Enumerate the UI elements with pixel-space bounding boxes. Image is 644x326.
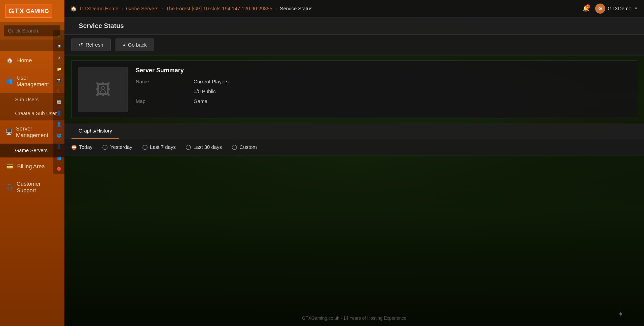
top-bar-right: 🔔 1 G GTXDemo ▼ (582, 4, 638, 14)
refresh-button[interactable]: ↺ Refresh (71, 39, 111, 51)
user-management-subnav: Sub Users Create a Sub User (0, 93, 64, 120)
sidebar-item-customer-support[interactable]: 🎧 Customer Support (0, 176, 64, 199)
footer-text: GTXGaming.co.uk - 14 Years of Hosting Ex… (302, 316, 406, 321)
sidebar-item-billing-area[interactable]: 💳 Billing Area (0, 157, 64, 176)
breadcrumb-home[interactable]: GTXDemo Home (80, 6, 118, 12)
top-bar: 🏠 GTXDemo Home › Game Servers › The Fore… (64, 0, 644, 17)
main-area: 🏠 GTXDemo Home › Game Servers › The Fore… (64, 0, 644, 326)
sidebar-item-home[interactable]: 🏠 Home (0, 51, 64, 70)
refresh-icon: ↺ (79, 42, 83, 48)
sidebar-item-sub-users[interactable]: Sub Users (0, 93, 64, 107)
go-back-button[interactable]: ◂ Go back (116, 39, 154, 51)
nav-collapse-button[interactable]: ◀ (0, 40, 64, 51)
summary-grid: Name Current Players 0/0 Public Map Game (136, 79, 269, 108)
page-header-strip: ≡ Service Status (64, 17, 644, 35)
radio-yesterday[interactable]: Yesterday (102, 144, 132, 150)
breadcrumb-game-servers[interactable]: Game Servers (126, 6, 158, 12)
breadcrumb-current: Service Status (280, 6, 312, 12)
search-area (0, 22, 64, 40)
corner-sparkle: ✦ (618, 310, 624, 318)
name-value (136, 89, 186, 94)
breadcrumb-sep-2: › (161, 6, 163, 11)
refresh-label: Refresh (86, 42, 103, 48)
back-label: Go back (128, 42, 147, 48)
notification-badge: 1 (586, 4, 590, 9)
current-players-value: 0/0 Public (194, 89, 269, 94)
logo-box: GTX GAMING (5, 5, 52, 18)
radio-last30days-circle (186, 145, 191, 150)
server-management-icon: 🖥️ (6, 128, 12, 136)
name-label: Name (136, 79, 186, 85)
action-bar: ↺ Refresh ◂ Go back (64, 35, 644, 55)
tab-graphs-history[interactable]: Graphs/History (71, 123, 119, 139)
user-name: GTXDemo (608, 6, 631, 12)
tabs-bar: Graphs/History (64, 123, 644, 139)
breadcrumb-home-icon: 🏠 (70, 6, 77, 12)
map-label: Map (136, 99, 186, 104)
sidebar-item-server-management-label: Server Management (16, 125, 59, 139)
sidebar-item-game-servers[interactable]: Game Servers (0, 144, 64, 157)
back-icon: ◂ (123, 42, 125, 48)
home-icon: 🏠 (6, 56, 14, 64)
breadcrumb: 🏠 GTXDemo Home › Game Servers › The Fore… (70, 6, 312, 12)
chevron-down-icon: ▼ (634, 6, 638, 11)
sidebar-item-create-sub-user[interactable]: Create a Sub User (0, 107, 64, 120)
sidebar-item-customer-support-label: Customer Support (17, 181, 59, 194)
page-header-icon: ≡ (71, 23, 75, 29)
summary-details: Server Summary Name Current Players 0/0 … (136, 67, 269, 108)
game-label: Game (194, 99, 269, 104)
user-area[interactable]: G GTXDemo ▼ (595, 4, 638, 14)
sidebar-item-user-management-label: User Management (17, 75, 59, 88)
chevron-left-icon: ◀ (58, 44, 60, 47)
radio-last7days-label: Last 7 days (150, 144, 176, 150)
sidebar-item-server-management[interactable]: 🖥️ Server Management (0, 120, 64, 144)
logo-gtx: GTX (9, 7, 25, 15)
search-input[interactable] (4, 25, 60, 37)
radio-custom[interactable]: Custom (232, 144, 257, 150)
radio-custom-circle (232, 145, 237, 150)
radio-today-circle (71, 145, 77, 150)
forest-silhouette (64, 131, 644, 326)
sidebar-item-user-management[interactable]: 👥 User Management (0, 70, 64, 93)
radio-today[interactable]: Today (71, 144, 92, 150)
content-panel: ≡ Service Status ↺ Refresh ◂ Go back 🖼 (64, 17, 644, 155)
tab-graphs-history-label: Graphs/History (79, 128, 112, 134)
logo-gaming: GAMING (26, 8, 49, 14)
radio-last7days-circle (142, 145, 148, 150)
radio-last7days[interactable]: Last 7 days (142, 144, 176, 150)
radio-yesterday-circle (102, 145, 108, 150)
breadcrumb-server-name[interactable]: The Forest [GP] 10 slots 194.147.120.90:… (166, 6, 272, 12)
customer-support-icon: 🎧 (6, 183, 13, 191)
sidebar-item-home-label: Home (17, 57, 32, 64)
sub-users-label: Sub Users (15, 97, 39, 103)
create-sub-user-label: Create a Sub User (15, 111, 57, 116)
summary-title: Server Summary (136, 67, 269, 74)
image-placeholder-icon: 🖼 (95, 81, 111, 98)
server-image-placeholder: 🖼 (78, 67, 128, 112)
page-title: Service Status (79, 22, 124, 30)
main-nav: 🏠 Home 👥 User Management Sub Users Creat… (0, 51, 64, 199)
user-management-icon: 👥 (6, 77, 13, 85)
server-summary-card: 🖼 Server Summary Name Current Players 0/… (71, 60, 637, 118)
user-avatar: G (595, 4, 605, 14)
sidebar-item-billing-label: Billing Area (17, 163, 45, 170)
server-management-subnav: Game Servers (0, 144, 64, 157)
logo-area: GTX GAMING (0, 0, 64, 22)
radio-custom-label: Custom (239, 144, 257, 150)
game-servers-label: Game Servers (15, 148, 48, 153)
current-players-label: Current Players (194, 79, 269, 85)
radio-last30days[interactable]: Last 30 days (186, 144, 222, 150)
radio-last30days-label: Last 30 days (193, 144, 222, 150)
sidebar: GTX GAMING ◀ 🏠 Home 👥 User M (0, 0, 64, 326)
time-range-bar: Today Yesterday Last 7 days Last 30 days (64, 139, 644, 155)
billing-icon: 💳 (6, 162, 14, 171)
breadcrumb-sep-3: › (275, 6, 277, 11)
notification-button[interactable]: 🔔 1 (582, 5, 589, 12)
radio-today-label: Today (79, 144, 92, 150)
radio-yesterday-label: Yesterday (110, 144, 132, 150)
breadcrumb-sep-1: › (121, 6, 123, 11)
